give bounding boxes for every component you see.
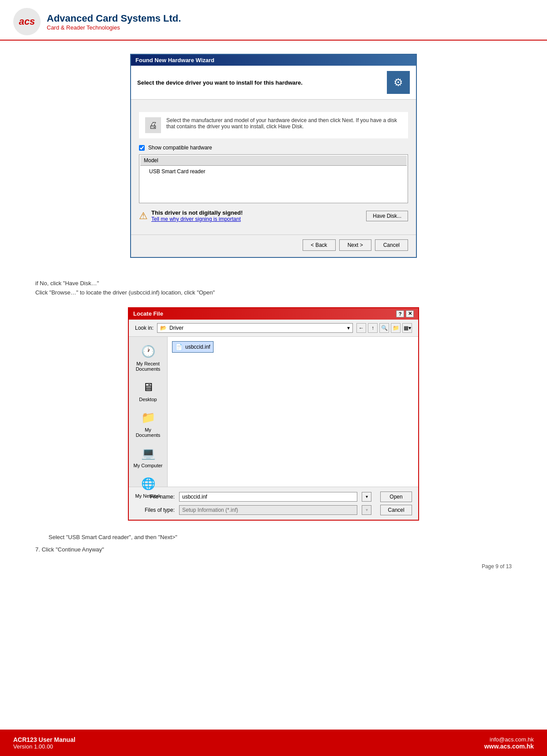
wizard-info-row: 🖨 Select the manufacturer and model of y… bbox=[139, 112, 408, 138]
locate-dialog: Locate File ? ✕ Look in: 📂 Driver ▾ ← ↑ … bbox=[128, 307, 419, 521]
open-button[interactable]: Open bbox=[380, 492, 412, 502]
show-compatible-checkbox[interactable] bbox=[139, 145, 145, 151]
wizard-dialog: Found New Hardware Wizard Select the dev… bbox=[130, 54, 417, 258]
locate-main: 🕐 My RecentDocuments 🖥 Desktop 📁 My Docu… bbox=[129, 337, 418, 487]
wizard-footer: < Back Next > Cancel bbox=[131, 235, 416, 257]
desktop-icon: 🖥 bbox=[140, 380, 156, 395]
my-documents-icon: 📁 bbox=[140, 410, 156, 426]
toolbar-icons: ← ↑ 🔍 📁 ▦▾ bbox=[356, 323, 412, 333]
up-icon[interactable]: ↑ bbox=[368, 323, 378, 333]
sidebar-item-my-documents[interactable]: 📁 My Documents bbox=[131, 407, 166, 440]
driver-warning-text: This driver is not digitally signed! Tel… bbox=[151, 209, 243, 222]
locate-bottom: File name: ▾ Open Files of type: ▾ Cance… bbox=[129, 487, 418, 520]
header-text-block: Advanced Card Systems Ltd. Card & Reader… bbox=[47, 13, 181, 31]
page-header: acs Advanced Card Systems Ltd. Card & Re… bbox=[0, 0, 547, 41]
folder-icon: 📂 bbox=[160, 325, 167, 331]
logo-text: acs bbox=[19, 16, 35, 27]
my-computer-icon: 💻 bbox=[140, 446, 156, 462]
model-item: USB Smart Card reader bbox=[149, 168, 205, 175]
step-7: 7. Click "Continue Anyway" bbox=[35, 545, 512, 555]
footer-version: Version 1.00.00 bbox=[13, 743, 75, 750]
wizard-hardware-icon: ⚙ bbox=[387, 71, 410, 94]
wizard-titlebar: Found New Hardware Wizard bbox=[131, 55, 416, 66]
warning-icon: ⚠ bbox=[139, 210, 148, 222]
printer-icon: 🖨 bbox=[145, 117, 161, 133]
wizard-body: 🖨 Select the manufacturer and model of y… bbox=[131, 106, 416, 235]
file-name-display: usbccid.inf bbox=[185, 344, 210, 350]
sidebar-item-desktop[interactable]: 🖥 Desktop bbox=[131, 377, 166, 405]
below-locate-text: Select "USB Smart Card reader", and then… bbox=[49, 533, 512, 542]
dropdown-arrow-icon: ▾ bbox=[347, 325, 350, 331]
page-number: Page 9 of 13 bbox=[0, 563, 547, 570]
sidebar-item-my-computer[interactable]: 💻 My Computer bbox=[131, 443, 166, 471]
look-in-label: Look in: bbox=[135, 325, 154, 331]
sidebar-item-recent[interactable]: 🕐 My RecentDocuments bbox=[131, 341, 166, 374]
warning-title: This driver is not digitally signed! bbox=[151, 209, 243, 216]
recent-docs-icon: 🕐 bbox=[140, 344, 156, 360]
locate-action-buttons: Open bbox=[380, 492, 412, 502]
cancel-button[interactable]: Cancel bbox=[375, 239, 408, 251]
file-item-usbccid[interactable]: 📄 usbccid.inf bbox=[172, 341, 214, 353]
model-table-row[interactable]: USB Smart Card reader bbox=[140, 167, 407, 202]
wizard-info-text: Select the manufacturer and model of you… bbox=[166, 117, 402, 130]
locate-sidebar: 🕐 My RecentDocuments 🖥 Desktop 📁 My Docu… bbox=[129, 337, 168, 487]
model-column-header: Model bbox=[140, 156, 407, 166]
files-type-row: Files of type: ▾ Cancel bbox=[135, 505, 412, 515]
wizard-header-row: Select the device driver you want to ins… bbox=[131, 66, 416, 100]
back-nav-icon[interactable]: ← bbox=[356, 323, 366, 333]
page-footer: ACR123 User Manual Version 1.00.00 info@… bbox=[0, 730, 547, 756]
company-name: Advanced Card Systems Ltd. bbox=[47, 13, 181, 24]
main-content: Found New Hardware Wizard Select the dev… bbox=[0, 41, 547, 275]
look-in-dropdown[interactable]: 📂 Driver ▾ bbox=[157, 323, 353, 333]
file-name-input[interactable] bbox=[179, 492, 357, 502]
footer-email: info@acs.com.hk bbox=[484, 736, 534, 743]
company-tagline: Card & Reader Technologies bbox=[47, 24, 181, 31]
show-compatible-row: Show compatible hardware bbox=[139, 145, 408, 151]
have-disk-button[interactable]: Have Disk... bbox=[366, 211, 408, 221]
locate-titlebar: Locate File ? ✕ bbox=[129, 308, 418, 320]
files-type-input bbox=[179, 505, 357, 515]
file-name-label: File name: bbox=[135, 494, 175, 500]
logo-circle: acs bbox=[13, 8, 41, 35]
wizard-header-text: Select the device driver you want to ins… bbox=[137, 79, 387, 86]
footer-website: www.acs.com.hk bbox=[484, 743, 534, 750]
next-button[interactable]: Next > bbox=[339, 239, 371, 251]
view-icon[interactable]: ▦▾ bbox=[402, 323, 412, 333]
file-name-dropdown[interactable]: ▾ bbox=[362, 492, 371, 502]
instruction1: if No, click "Have Disk…" Click "Browse…… bbox=[35, 279, 512, 298]
inf-file-icon: 📄 bbox=[175, 343, 183, 350]
new-folder-icon[interactable]: 📁 bbox=[391, 323, 401, 333]
locate-cancel-button[interactable]: Cancel bbox=[380, 505, 412, 515]
files-type-dropdown: ▾ bbox=[362, 505, 371, 515]
close-button[interactable]: ✕ bbox=[406, 310, 414, 317]
wizard-title: Found New Hardware Wizard bbox=[135, 57, 214, 63]
footer-right: info@acs.com.hk www.acs.com.hk bbox=[484, 736, 534, 750]
locate-title: Locate File bbox=[133, 310, 163, 317]
cancel-action-buttons: Cancel bbox=[380, 505, 412, 515]
help-button[interactable]: ? bbox=[396, 310, 404, 317]
files-type-label: Files of type: bbox=[135, 507, 175, 513]
locate-toolbar: Look in: 📂 Driver ▾ ← ↑ 🔍 📁 ▦▾ bbox=[129, 320, 418, 337]
titlebar-buttons: ? ✕ bbox=[396, 310, 414, 317]
look-in-value: Driver bbox=[169, 325, 184, 331]
driver-warning-row: ⚠ This driver is not digitally signed! T… bbox=[139, 209, 408, 222]
driver-warning-left: ⚠ This driver is not digitally signed! T… bbox=[139, 209, 243, 222]
show-compatible-label: Show compatible hardware bbox=[148, 145, 212, 151]
back-button[interactable]: < Back bbox=[303, 239, 336, 251]
search-web-icon[interactable]: 🔍 bbox=[379, 323, 389, 333]
locate-dialog-wrapper: Locate File ? ✕ Look in: 📂 Driver ▾ ← ↑ … bbox=[0, 302, 547, 526]
file-name-row: File name: ▾ Open bbox=[135, 492, 412, 502]
footer-left: ACR123 User Manual Version 1.00.00 bbox=[13, 736, 75, 750]
driver-signing-link[interactable]: Tell me why driver signing is important bbox=[151, 216, 241, 222]
my-network-icon: 🌐 bbox=[140, 476, 156, 492]
locate-files-area: 📄 usbccid.inf bbox=[168, 337, 418, 487]
footer-product: ACR123 User Manual bbox=[13, 736, 75, 743]
model-table: Model USB Smart Card reader bbox=[139, 154, 408, 203]
